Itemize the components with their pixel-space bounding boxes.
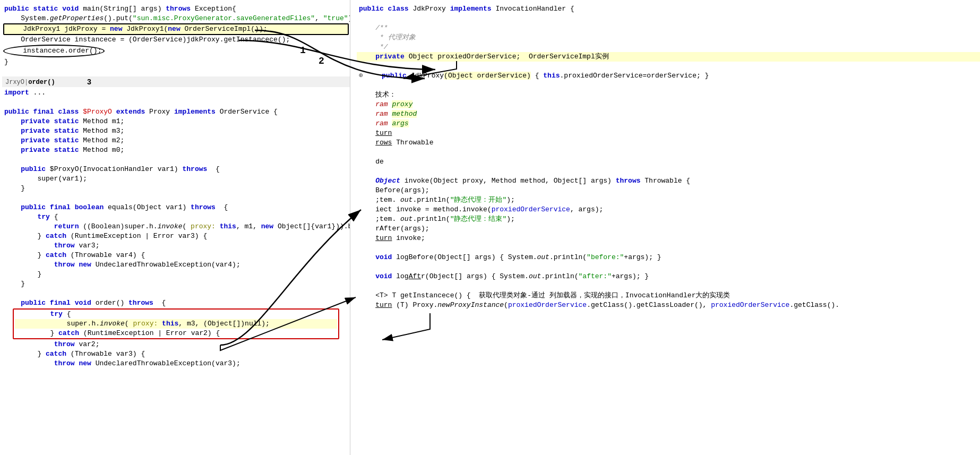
code-line: } catch (RuntimeException | Error var2) … — [15, 329, 337, 338]
code-line: } catch (Throwable var3) { — [2, 349, 350, 359]
code-line: ⊕ public JdkProxy(Object orderService) {… — [357, 71, 980, 81]
code-line: ram args — [357, 119, 980, 128]
code-line: return ((Boolean)super.h.invoke( proxy: … — [2, 222, 350, 231]
left-panel-inner: public static void main(String[] args) t… — [0, 2, 350, 368]
code-line: ram proxy — [357, 100, 980, 109]
code-line: Before(args); — [357, 186, 980, 195]
code-line: } — [2, 57, 350, 67]
code-line: } catch (Throwable var4) { — [2, 251, 350, 260]
code-line: public final boolean equals(Object var1)… — [2, 203, 350, 212]
left-panel: public static void main(String[] args) t… — [0, 0, 350, 455]
code-line: public static void main(String[] args) t… — [2, 4, 350, 14]
code-line: public class JdkProxy implements Invocat… — [357, 4, 980, 14]
code-line: private static Method m3; — [2, 126, 350, 136]
code-line: instancece.order(); — [3, 45, 105, 57]
code-line: <T> T getInstancece() { 获取代理类对象-通过 列加载器，… — [357, 291, 980, 301]
code-line: rows Throwable — [357, 138, 980, 148]
right-panel: public class JdkProxy implements Invocat… — [350, 0, 980, 455]
code-line: void logBefore(Object[] args) { System.o… — [357, 253, 980, 262]
code-line: void logAftr(Object[] args) { System.out… — [357, 272, 980, 281]
code-line: } catch (RuntimeException | Error var3) … — [2, 231, 350, 241]
code-line: } — [2, 270, 350, 279]
code-line: throw var3; — [2, 241, 350, 251]
code-line: de — [357, 157, 980, 167]
code-line: rAfter(args); — [357, 224, 980, 234]
code-line — [2, 67, 350, 76]
code-line: throw var2; — [2, 340, 350, 349]
code-line: private static Method m2; — [2, 136, 350, 145]
code-line: ram method — [357, 109, 980, 119]
code-line-highlighted: JdkProxy1 jdkProxy = new JdkProxy1(new O… — [3, 23, 349, 35]
code-line: 技术： — [357, 90, 980, 100]
code-line: ;tem. out.println("静态代理：结束"); — [357, 214, 980, 224]
code-line: turn invoke; — [357, 234, 980, 243]
code-line: try { — [2, 212, 350, 222]
code-line-highlighted: super.h.invoke( proxy: this, m3, (Object… — [15, 319, 337, 329]
code-line: try { — [15, 310, 337, 319]
code-line: super(var1); — [2, 174, 350, 184]
code-line: System.getProperties().put("sun.misc.Pro… — [2, 14, 350, 23]
code-line: throw new UndeclaredThrowableException(v… — [2, 359, 350, 368]
code-line: throw new UndeclaredThrowableException(v… — [2, 260, 350, 270]
code-line: /** — [357, 23, 980, 33]
code-line: } — [2, 279, 350, 289]
code-line: public final void order() throws { — [2, 298, 350, 308]
code-line: Object invoke(Object proxy, Method metho… — [357, 176, 980, 186]
code-line: private static Method m1; — [2, 117, 350, 126]
code-line: public $ProxyO(InvocationHandler var1) t… — [2, 165, 350, 174]
code-line: */ — [357, 42, 980, 52]
code-line: ;tem. out.println("静态代理：开始"); — [357, 195, 980, 205]
code-line: public final class $ProxyO extends Proxy… — [2, 107, 350, 117]
code-line: import ... — [2, 88, 350, 98]
code-line: turn — [357, 128, 980, 138]
code-line: OrderService instancece = (OrderService)… — [2, 35, 350, 45]
main-container: public static void main(String[] args) t… — [0, 0, 980, 455]
code-line: private static Method m0; — [2, 145, 350, 155]
code-line: iect invoke = method.invoke(proxiedOrder… — [357, 205, 980, 214]
code-line: } — [2, 184, 350, 193]
code-line: turn (T) Proxy.newProxyInstance(proxiedO… — [357, 301, 980, 310]
breadcrumb-line: JrxyO|order() 3 — [2, 76, 350, 87]
code-line: * 代理对象 — [357, 33, 980, 42]
code-line: private Object proxiedOrderService; Orde… — [357, 52, 980, 62]
